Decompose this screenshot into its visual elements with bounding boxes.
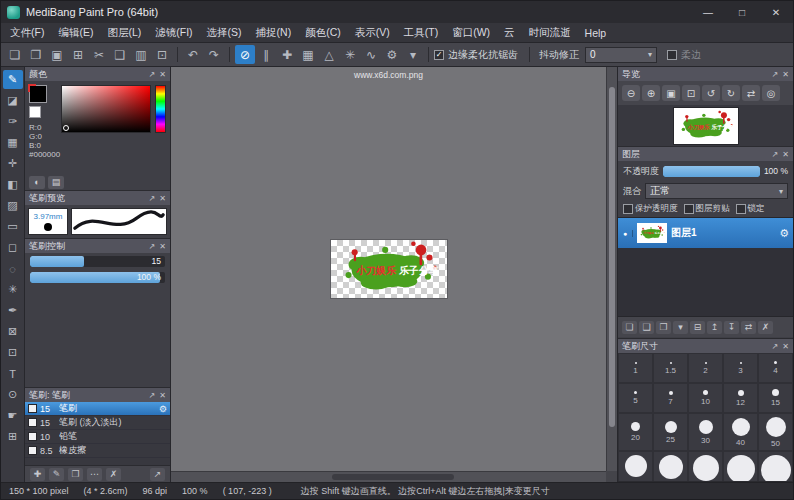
color-palette-tab[interactable]: ▤ (48, 176, 64, 189)
snap-off-button[interactable]: ⊘ (235, 45, 255, 64)
crop-button[interactable]: ⊡ (152, 45, 172, 64)
transform-tool[interactable]: ⊡ (3, 343, 23, 362)
cut-button[interactable]: ✂ (89, 45, 109, 64)
menu-filter[interactable]: 滤镜(FI) (148, 24, 199, 42)
hue-slider[interactable] (155, 85, 166, 133)
blend-mode-select[interactable]: 正常 ▾ (645, 183, 788, 199)
menu-snap[interactable]: 捕捉(N) (249, 24, 299, 42)
checkbox[interactable] (684, 204, 694, 214)
brush-size-cell[interactable]: 2 (688, 353, 723, 383)
reset-view-button[interactable]: ◎ (762, 85, 780, 101)
rotate-right-button[interactable]: ↻ (722, 85, 740, 101)
redo-button[interactable]: ↷ (204, 45, 224, 64)
undo-button[interactable]: ↶ (183, 45, 203, 64)
brush-size-cell[interactable]: 7 (653, 383, 688, 413)
gear-icon[interactable]: ⚙ (779, 227, 789, 240)
delete-layer-button[interactable]: ✗ (758, 321, 773, 334)
navigator-thumbnail[interactable]: 小刀娱乐 乐子分享 (674, 108, 738, 144)
brush-opacity-slider[interactable]: 100 % (25, 269, 170, 285)
export-button[interactable]: ⊞ (68, 45, 88, 64)
new-folder-button[interactable]: ❐ (656, 321, 671, 334)
minimize-button[interactable]: — (691, 1, 725, 23)
brush-size-cell[interactable]: 25 (653, 413, 688, 451)
magic-wand-tool[interactable]: ✳ (3, 280, 23, 299)
duplicate-layer-button[interactable]: ❑ (639, 321, 654, 334)
zoom-out-button[interactable]: ⊖ (622, 85, 640, 101)
antialias-checkbox[interactable]: ✓ (434, 50, 444, 60)
visibility-icon[interactable]: ● (618, 230, 633, 237)
snap-perspective-button[interactable]: △ (319, 45, 339, 64)
color-picker-cursor[interactable] (63, 125, 69, 131)
snap-parallel-button[interactable]: ∥ (256, 45, 276, 64)
brush-size-cell[interactable]: 40 (723, 413, 758, 451)
paste-button[interactable]: ▥ (131, 45, 151, 64)
canvas-horizontal-scrollbar[interactable] (171, 471, 606, 482)
menu-color[interactable]: 颜色(C) (298, 24, 348, 42)
copy-button[interactable]: ❑ (110, 45, 130, 64)
brush-item-eraser[interactable]: 8.5 橡皮擦 ⚙ (25, 444, 170, 458)
brush-size-cell[interactable]: 5 (618, 383, 653, 413)
panel-float-icon[interactable]: ↗ (772, 342, 779, 351)
titlebar[interactable]: MediBang Paint Pro (64bit) —□✕ (1, 1, 793, 23)
menu-timelapse[interactable]: 时间流逝 (522, 24, 578, 42)
text-tool[interactable]: T (3, 364, 23, 383)
slider-track[interactable]: 100 % (30, 272, 165, 283)
saturation-value-picker[interactable] (61, 85, 151, 133)
menu-edit[interactable]: 编辑(E) (51, 24, 100, 42)
layer-add-menu-button[interactable]: ▾ (673, 321, 688, 334)
horizontal-scroll-thumb[interactable] (332, 474, 454, 480)
brush-size-cell[interactable]: 20 (618, 413, 653, 451)
snap-grid-button[interactable]: ▦ (298, 45, 318, 64)
foreground-color-swatch[interactable] (29, 85, 47, 103)
lock-checkbox[interactable]: 锁定 (736, 203, 765, 215)
maximize-button[interactable]: □ (725, 1, 759, 23)
brush-size-cell[interactable] (653, 451, 688, 481)
delete-brush-button[interactable]: ✗ (106, 468, 121, 481)
canvas-vertical-scrollbar[interactable] (606, 67, 617, 471)
menu-window[interactable]: 窗口(W) (445, 24, 497, 42)
snap-curve-button[interactable]: ∿ (361, 45, 381, 64)
eraser-tool[interactable]: ◪ (3, 91, 23, 110)
menu-view[interactable]: 表示(V) (348, 24, 397, 42)
panel-float-icon[interactable]: ↗ (772, 70, 779, 79)
panel-float-icon[interactable]: ↗ (149, 70, 156, 79)
select-eraser-tool[interactable]: ⊠ (3, 322, 23, 341)
zoom-fit-button[interactable]: ▣ (662, 85, 680, 101)
new-canvas-button[interactable]: ❏ (5, 45, 25, 64)
protect-alpha-checkbox[interactable]: 保护透明度 (623, 203, 678, 215)
vertical-scroll-thumb[interactable] (609, 87, 615, 426)
expand-panel-button[interactable]: ↗ (150, 468, 165, 481)
brush-item-brush[interactable]: 15 笔刷 ⚙ (25, 402, 170, 416)
dither-tool[interactable]: ▦ (3, 133, 23, 152)
merge-down-button[interactable]: ⊟ (690, 321, 705, 334)
open-file-button[interactable]: ❐ (26, 45, 46, 64)
soft-edge-checkbox[interactable] (667, 50, 677, 60)
brush-item-pencil[interactable]: 10 铅笔 ⚙ (25, 430, 170, 444)
menu-file[interactable]: 文件(F) (3, 24, 51, 42)
menu-layer[interactable]: 图层(L) (100, 24, 148, 42)
layer-opacity-slider[interactable] (663, 166, 760, 177)
hand-tool[interactable]: ☛ (3, 406, 23, 425)
slider-track[interactable]: 15 (30, 256, 165, 267)
brush-menu-button[interactable]: ⋯ (87, 468, 102, 481)
rotate-left-button[interactable]: ↺ (702, 85, 720, 101)
panel-close-icon[interactable]: ✕ (782, 150, 789, 159)
snap-menu-button[interactable]: ▾ (403, 45, 423, 64)
panel-float-icon[interactable]: ↗ (149, 194, 156, 203)
panel-float-icon[interactable]: ↗ (149, 242, 156, 251)
zoom-in-button[interactable]: ⊕ (642, 85, 660, 101)
snap-settings-button[interactable]: ⚙ (382, 45, 402, 64)
brush-size-cell[interactable] (758, 451, 793, 481)
close-button[interactable]: ✕ (759, 1, 793, 23)
brush-size-cell[interactable] (723, 451, 758, 481)
lasso-tool[interactable]: ◌ (3, 259, 23, 278)
brush-size-cell[interactable]: 50 (758, 413, 793, 451)
brush-folder-button[interactable]: ❐ (68, 468, 83, 481)
brush-size-cell[interactable] (618, 451, 653, 481)
panel-close-icon[interactable]: ✕ (159, 194, 166, 203)
edit-brush-button[interactable]: ✎ (49, 468, 64, 481)
brush-size-slider[interactable]: 15 (25, 253, 170, 269)
brush-size-cell[interactable]: 1 (618, 353, 653, 383)
gradient-tool[interactable]: ▨ (3, 196, 23, 215)
brush-tool[interactable]: ✎ (3, 70, 23, 89)
